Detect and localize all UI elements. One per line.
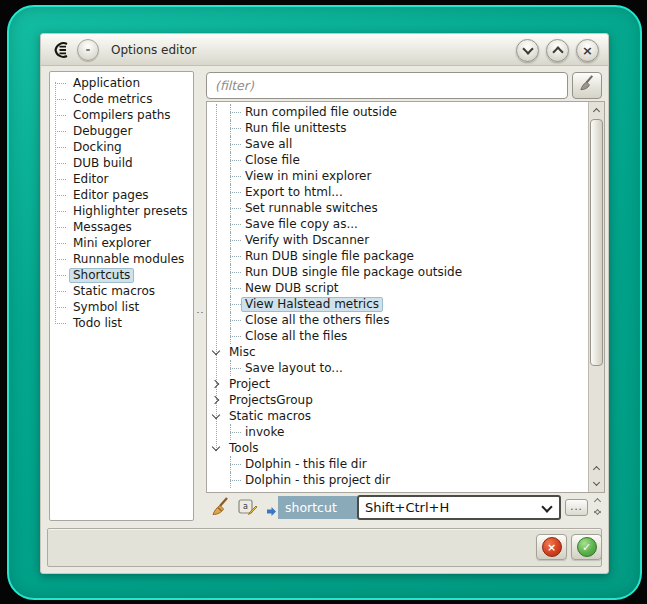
tree-item-run-dub-single-file-package-outside[interactable]: Run DUB single file package outside xyxy=(207,264,588,280)
tree-item-label: New DUB script xyxy=(241,281,343,296)
sidebar-item-application[interactable]: Application xyxy=(50,75,193,91)
collapse-arrow-icon[interactable] xyxy=(212,443,220,451)
collapse-arrow-icon[interactable] xyxy=(212,347,220,355)
rename-shortcut-button[interactable]: a xyxy=(238,498,258,522)
window-controls: × xyxy=(516,39,599,62)
tree-item-tools[interactable]: Tools xyxy=(207,440,588,456)
tree-connector xyxy=(55,179,66,180)
shortcut-value-combobox[interactable]: Shift+Ctrl+H xyxy=(357,495,561,520)
tree-item-save-all[interactable]: Save all xyxy=(207,136,588,152)
tree-item-set-runnable-switches[interactable]: Set runnable switches xyxy=(207,200,588,216)
close-button[interactable]: × xyxy=(576,39,599,62)
scroll-up-button[interactable] xyxy=(589,102,604,118)
property-name-cell[interactable]: shortcut xyxy=(278,496,357,519)
tree-item-save-file-copy-as[interactable]: Save file copy as... xyxy=(207,216,588,232)
sidebar-item-label: DUB build xyxy=(69,156,137,171)
property-grid-scrollbar[interactable] xyxy=(591,494,605,523)
tree-item-new-dub-script[interactable]: New DUB script xyxy=(207,280,588,296)
edit-text-icon: a xyxy=(238,503,258,522)
clear-shortcut-button[interactable] xyxy=(210,496,232,522)
tree-item-label: Export to html... xyxy=(241,185,347,200)
tree-item-label: Misc xyxy=(225,345,260,360)
tree-item-static-macros[interactable]: Static macros xyxy=(207,408,588,424)
sidebar-item-debugger[interactable]: Debugger xyxy=(50,123,193,139)
sidebar-item-mini-explorer[interactable]: Mini explorer xyxy=(50,235,193,251)
sidebar-item-label: Shortcuts xyxy=(69,268,134,283)
tree-item-label: ProjectsGroup xyxy=(225,393,317,408)
cancel-button[interactable]: × xyxy=(536,534,567,560)
broom-icon xyxy=(210,503,232,522)
tree-item-save-layout-to[interactable]: Save layout to... xyxy=(207,360,588,376)
categories-list: ApplicationCode metricsCompilers pathsDe… xyxy=(50,75,193,331)
scroll-up-button[interactable] xyxy=(589,460,604,476)
splitter-handle[interactable] xyxy=(194,71,206,521)
tree-item-project[interactable]: Project xyxy=(207,376,588,392)
tree-item-invoke[interactable]: invoke xyxy=(207,424,588,440)
sidebar-item-editor[interactable]: Editor xyxy=(50,171,193,187)
tree-item-verify-with-dscanner[interactable]: Verify with Dscanner xyxy=(207,232,588,248)
tree-item-run-compiled-file-outside[interactable]: Run compiled file outside xyxy=(207,104,588,120)
shortcut-more-button[interactable]: ... xyxy=(565,499,588,516)
tree-connector xyxy=(55,147,66,148)
tree-item-label: Run compiled file outside xyxy=(241,105,401,120)
window-menu-button[interactable] xyxy=(77,39,99,61)
sidebar-item-label: Application xyxy=(69,76,144,91)
expand-arrow-icon[interactable] xyxy=(211,380,219,388)
tree-item-export-to-html[interactable]: Export to html... xyxy=(207,184,588,200)
tree-item-label: Dolphin - this project dir xyxy=(241,473,394,488)
sidebar-item-compilers-paths[interactable]: Compilers paths xyxy=(50,107,193,123)
sidebar-item-shortcuts[interactable]: Shortcuts xyxy=(50,267,193,283)
scroll-down-button[interactable] xyxy=(589,476,604,492)
chevron-up-icon xyxy=(593,466,600,473)
sidebar-item-code-metrics[interactable]: Code metrics xyxy=(50,91,193,107)
tree-item-label: View Halstead metrics xyxy=(241,297,383,312)
tree-item-view-halstead-metrics[interactable]: View Halstead metrics xyxy=(207,296,588,312)
tree-connector xyxy=(55,323,66,324)
sidebar-item-label: Mini explorer xyxy=(69,236,155,251)
shortcut-property-editor: a shortcut Shift+Ctrl+H ... xyxy=(206,492,605,524)
sidebar-item-messages[interactable]: Messages xyxy=(50,219,193,235)
sidebar-item-symbol-list[interactable]: Symbol list xyxy=(50,299,193,315)
tree-item-dolphin-this-file-dir[interactable]: Dolphin - this file dir xyxy=(207,456,588,472)
options-editor-window: Options editor × ApplicationCode metrics… xyxy=(40,33,609,574)
tree-item-label: Close all the others files xyxy=(241,313,393,328)
window-title: Options editor xyxy=(111,43,196,57)
sidebar-item-label: Editor xyxy=(69,172,113,187)
tree-connector xyxy=(55,243,66,244)
sidebar-item-runnable-modules[interactable]: Runnable modules xyxy=(50,251,193,267)
tree-item-label: View in mini explorer xyxy=(241,169,375,184)
tree-item-run-dub-single-file-package[interactable]: Run DUB single file package xyxy=(207,248,588,264)
clear-filter-button[interactable] xyxy=(572,72,602,99)
collapse-arrow-icon[interactable] xyxy=(212,411,220,419)
tree-item-dolphin-this-project-dir[interactable]: Dolphin - this project dir xyxy=(207,472,588,488)
tree-connector xyxy=(55,291,66,292)
filter-input[interactable] xyxy=(206,72,568,99)
sidebar-item-docking[interactable]: Docking xyxy=(50,139,193,155)
tree-item-close-file[interactable]: Close file xyxy=(207,152,588,168)
tree-item-projectsgroup[interactable]: ProjectsGroup xyxy=(207,392,588,408)
sidebar-item-dub-build[interactable]: DUB build xyxy=(50,155,193,171)
tree-item-close-all-the-files[interactable]: Close all the files xyxy=(207,328,588,344)
sidebar-item-editor-pages[interactable]: Editor pages xyxy=(50,187,193,203)
tree-item-view-in-mini-explorer[interactable]: View in mini explorer xyxy=(207,168,588,184)
sidebar-item-label: Docking xyxy=(69,140,126,155)
tree-item-close-all-the-others-files[interactable]: Close all the others files xyxy=(207,312,588,328)
app-logo-icon xyxy=(52,41,70,59)
sidebar-item-highlighter-presets[interactable]: Highlighter presets xyxy=(50,203,193,219)
chevron-up-icon xyxy=(594,498,601,505)
tree-item-misc[interactable]: Misc xyxy=(207,344,588,360)
tree-item-run-file-unittests[interactable]: Run file unittests xyxy=(207,120,588,136)
scrollbar-thumb[interactable] xyxy=(590,119,603,366)
expand-arrow-icon[interactable] xyxy=(211,396,219,404)
maximize-button[interactable] xyxy=(546,39,569,62)
sidebar-item-todo-list[interactable]: Todo list xyxy=(50,315,193,331)
minimize-button[interactable] xyxy=(516,39,539,62)
accept-button[interactable]: ✓ xyxy=(571,534,602,560)
tree-scrollbar[interactable] xyxy=(588,102,604,492)
accept-icon: ✓ xyxy=(577,537,597,557)
sidebar-item-label: Static macros xyxy=(69,284,159,299)
shortcuts-tree: Run compiled file outsideRun file unitte… xyxy=(206,101,605,493)
titlebar[interactable]: Options editor × xyxy=(41,34,608,66)
sidebar-item-static-macros[interactable]: Static macros xyxy=(50,283,193,299)
tree-item-label: Run DUB single file package outside xyxy=(241,265,466,280)
